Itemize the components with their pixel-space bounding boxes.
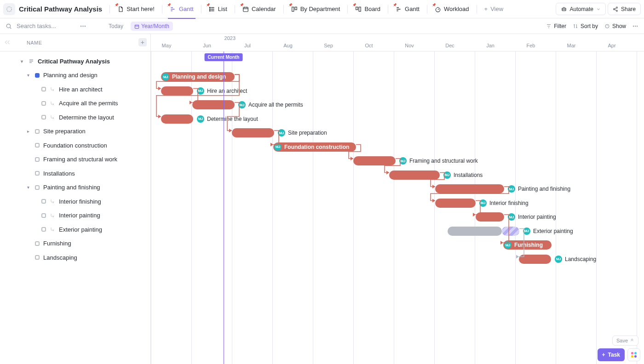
add-column-button[interactable]: +: [138, 38, 147, 46]
tree-row[interactable]: ▸Framing and structural work: [0, 153, 150, 167]
assignee-avatar[interactable]: MJ: [523, 228, 530, 235]
view-tab-list[interactable]: 📌List: [204, 0, 232, 18]
gantt-bar[interactable]: [161, 114, 193, 124]
share-button[interactable]: Share: [608, 3, 641, 15]
status-square-icon[interactable]: [41, 199, 46, 204]
assignee-avatar[interactable]: MJ: [399, 157, 407, 165]
assignee-avatar[interactable]: MJ: [238, 101, 246, 108]
gantt-row: MJInstallations: [151, 168, 644, 182]
assignee-avatar[interactable]: MJ: [274, 143, 282, 151]
gantt-bar[interactable]: [435, 199, 476, 208]
gantt-bar[interactable]: [502, 227, 519, 236]
status-square-icon[interactable]: [41, 87, 46, 91]
tree-row[interactable]: ▸Acquire all the permits: [0, 97, 150, 111]
status-square-icon[interactable]: [35, 157, 40, 162]
gantt-row: MJFraming and structural work: [151, 154, 644, 168]
assignee-avatar[interactable]: MJ: [197, 87, 204, 95]
gantt-bar[interactable]: [353, 156, 396, 165]
tree-row[interactable]: ▾Planning and design: [0, 68, 150, 83]
list-settings-icon[interactable]: [3, 3, 15, 15]
tree-row[interactable]: ▸Furnishing: [0, 237, 150, 251]
new-task-button[interactable]: + Task: [598, 348, 625, 361]
tree-row[interactable]: ▸Interior painting: [0, 209, 150, 223]
workload-icon: [435, 6, 441, 12]
gantt-row: MJHire an architect: [151, 84, 644, 98]
collapse-panel-icon[interactable]: [4, 39, 11, 46]
tree-row[interactable]: ▸Site preparation: [0, 125, 150, 139]
month-label: Jun: [203, 43, 211, 48]
status-square-icon[interactable]: [35, 129, 40, 134]
search-box: [6, 22, 75, 30]
assignee-avatar[interactable]: MJ: [555, 256, 562, 263]
view-tab-start-here-[interactable]: 📌Start here!: [113, 0, 159, 18]
status-square-icon[interactable]: [41, 101, 46, 106]
status-square-icon[interactable]: [35, 255, 40, 260]
tree-row[interactable]: ▸Installations: [0, 166, 150, 181]
filter-button[interactable]: Filter: [546, 23, 566, 29]
range-button[interactable]: Year/Month: [131, 22, 173, 31]
assignee-avatar[interactable]: MJ: [508, 213, 515, 221]
gantt-bar[interactable]: [519, 255, 551, 264]
view-tab-gantt[interactable]: 📌Gantt: [165, 0, 198, 18]
tree-row[interactable]: ▸Interior finishing: [0, 194, 150, 209]
caret-down-icon[interactable]: ▾: [25, 73, 31, 78]
gantt-bar[interactable]: MJFoundation construction: [273, 142, 356, 152]
gantt-bar[interactable]: [435, 184, 504, 193]
caret-right-icon[interactable]: ▸: [25, 129, 31, 134]
tree-row[interactable]: ▸Landscaping: [0, 250, 150, 265]
gantt-bar[interactable]: [389, 171, 440, 180]
assignee-avatar[interactable]: MJ: [278, 129, 285, 136]
tree-row-label: Hire an architect: [59, 86, 103, 93]
gantt-row: MJPlanning and design: [151, 70, 644, 84]
svg-point-11: [563, 9, 563, 10]
search-input[interactable]: [16, 22, 75, 30]
view-tab-gantt[interactable]: 📌Gantt: [391, 0, 424, 18]
gantt-bar[interactable]: [161, 86, 193, 96]
assignee-avatar[interactable]: MJ: [508, 185, 515, 193]
gantt-bar[interactable]: [476, 212, 504, 222]
assignee-avatar[interactable]: MJ: [479, 199, 487, 207]
status-square-icon[interactable]: [41, 227, 46, 232]
gantt-bar-label: Planning and design: [161, 74, 226, 80]
assignee-avatar[interactable]: MJ: [443, 171, 451, 179]
tree-row[interactable]: ▸Exterior painting: [0, 222, 150, 237]
status-square-icon[interactable]: [35, 171, 40, 176]
show-button[interactable]: Show: [604, 23, 626, 29]
view-tab-by-department[interactable]: 📌By Department: [287, 0, 345, 18]
svg-point-0: [7, 6, 12, 11]
view-tab-calendar[interactable]: 📌Calendar: [238, 0, 281, 18]
caret-down-icon[interactable]: ▾: [25, 185, 31, 190]
caret-down-icon[interactable]: ▾: [18, 59, 25, 64]
status-square-icon[interactable]: [41, 115, 46, 119]
gantt-bar[interactable]: [232, 128, 274, 137]
view-tab-board[interactable]: 📌Board: [351, 0, 385, 18]
automate-button[interactable]: Automate: [556, 3, 606, 15]
status-square-icon[interactable]: [41, 213, 46, 218]
status-square-icon[interactable]: [35, 185, 40, 190]
tree-row[interactable]: ▸Hire an architect: [0, 82, 150, 97]
sort-icon: [573, 23, 578, 29]
svg-point-2: [209, 9, 210, 10]
gantt-bar[interactable]: MJFurnishing: [503, 240, 552, 250]
toolbar-more-icon[interactable]: ⋯: [632, 23, 638, 29]
apps-button[interactable]: [627, 348, 640, 361]
status-square-icon[interactable]: [35, 241, 40, 246]
plus-icon: +: [484, 6, 488, 12]
tree-row[interactable]: ▸Determine the layout: [0, 110, 150, 125]
gantt-bar[interactable]: [192, 100, 235, 109]
gantt-chart[interactable]: 2023 MayJunJulAugSepOctNovDecJanFebMarAp…: [151, 34, 644, 364]
view-tab-workload[interactable]: 📌Workload: [430, 0, 474, 18]
assignee-avatar[interactable]: MJ: [197, 115, 204, 123]
gantt-bar-slack[interactable]: [448, 227, 502, 236]
search-more-icon[interactable]: ⋯: [80, 23, 86, 29]
gantt-row: MJPainting and finishing: [151, 182, 644, 196]
tree-row[interactable]: ▸Foundation construction: [0, 138, 150, 153]
status-square-icon[interactable]: [35, 73, 40, 78]
tree-row[interactable]: ▾Critical Pathway Analysis: [0, 54, 150, 68]
tree-row[interactable]: ▾Painting and finishing: [0, 181, 150, 195]
sort-button[interactable]: Sort by: [573, 23, 598, 29]
status-square-icon[interactable]: [35, 143, 40, 148]
today-button[interactable]: Today: [105, 22, 127, 31]
add-view-button[interactable]: + View: [480, 6, 508, 12]
save-layout-button[interactable]: Save: [612, 336, 638, 346]
